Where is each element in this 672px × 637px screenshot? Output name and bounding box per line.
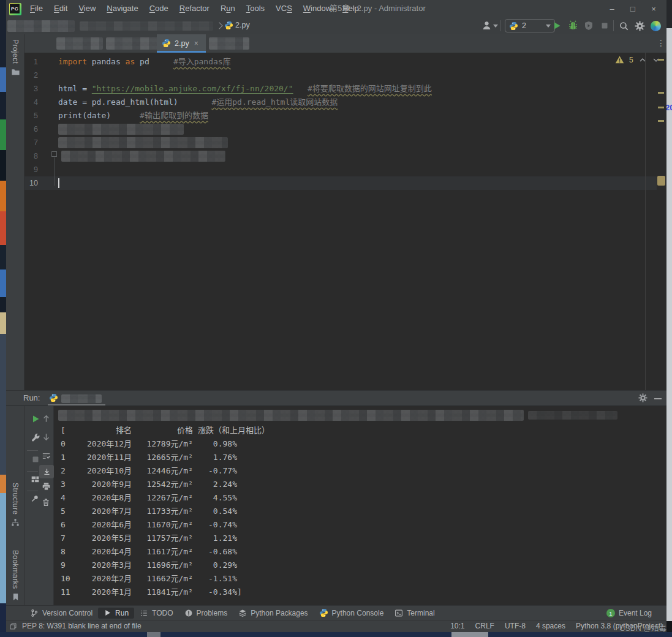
- row-date: 2020年5月: [75, 532, 132, 545]
- hide-toolwindow-icon[interactable]: [654, 398, 662, 399]
- toolwindow-button-run[interactable]: Run: [98, 608, 134, 619]
- error-stripe-mark[interactable]: [658, 120, 664, 122]
- pin-tab-icon[interactable]: [31, 494, 40, 504]
- clear-all-trash-icon[interactable]: [42, 498, 51, 508]
- error-stripe-mark[interactable]: [658, 59, 664, 61]
- gap: [132, 424, 140, 437]
- menu-item-code[interactable]: Code: [144, 0, 174, 17]
- redacted-tab[interactable]: [56, 37, 103, 50]
- breadcrumb-file[interactable]: 2.py: [235, 21, 250, 29]
- prev-problem-chevron-up-icon[interactable]: [638, 56, 647, 64]
- indent-widget[interactable]: 4 spaces: [536, 622, 565, 630]
- stripe-label: Bookmarks: [11, 550, 20, 589]
- toolwindow-button-structure[interactable]: Structure: [6, 483, 25, 527]
- row-change: -0.68%: [193, 545, 237, 559]
- menu-item-edit[interactable]: Edit: [48, 0, 73, 17]
- stop-button[interactable]: [600, 21, 610, 31]
- right-margin-guide: [645, 53, 646, 390]
- line-number[interactable]: 10: [25, 176, 38, 190]
- console-row: 112020年1月11841元/m²-0.34%]: [61, 586, 242, 599]
- toolwindow-button-project[interactable]: Project: [6, 39, 25, 77]
- error-stripe-mark[interactable]: [658, 107, 664, 108]
- scroll-to-end-button[interactable]: [39, 465, 54, 478]
- toolwindow-button-todo[interactable]: TODO: [134, 608, 178, 619]
- code-token: date = pd.read_html(html): [58, 97, 178, 107]
- toolbar-separator: [500, 20, 501, 31]
- run-button[interactable]: [552, 21, 562, 31]
- stop-button[interactable]: [31, 454, 40, 464]
- code-token: #运用pd.read_html读取网站数据: [211, 97, 338, 107]
- tab-close-icon[interactable]: ×: [194, 39, 198, 48]
- redacted-breadcrumb: [80, 21, 213, 31]
- toolwindow-button-python-packages[interactable]: Python Packages: [233, 608, 313, 619]
- toolwindow-button-event-log[interactable]: 1 Event Log: [606, 606, 652, 620]
- row-index: 4: [61, 491, 75, 505]
- pycharm-logo-icon: PC: [9, 3, 21, 15]
- soft-wrap-icon[interactable]: [42, 451, 51, 461]
- line-separator-widget[interactable]: CRLF: [475, 622, 494, 630]
- run-settings-gear-icon[interactable]: [638, 393, 647, 402]
- toolwindow-label: Run: [115, 609, 129, 617]
- line-number[interactable]: 6: [25, 123, 38, 136]
- bookmark-icon: [12, 593, 20, 601]
- menu-item-vcs[interactable]: VCS: [270, 0, 298, 17]
- user-account-icon[interactable]: [481, 20, 492, 31]
- maximize-button[interactable]: □: [622, 0, 643, 17]
- gradient-sphere-icon[interactable]: [651, 21, 661, 31]
- menu-item-file[interactable]: File: [25, 0, 48, 17]
- screen: 20 PC FileEditViewNavigateCodeRefactorRu…: [0, 0, 672, 637]
- combo-arrow-icon: [546, 24, 551, 28]
- copy-stack-icon[interactable]: [9, 622, 17, 630]
- edit-configuration-wrench-icon[interactable]: [31, 432, 40, 442]
- redacted-run-tab[interactable]: [61, 394, 102, 403]
- error-stripe-mark[interactable]: [658, 92, 664, 94]
- rerun-button[interactable]: [31, 414, 40, 424]
- tab-options-more-icon[interactable]: ⋮: [657, 38, 665, 48]
- code-editor[interactable]: 12345678910 import pandas as pd #导入panda…: [25, 53, 666, 390]
- terminal-icon: [395, 609, 403, 617]
- minimize-button[interactable]: –: [602, 0, 622, 17]
- redacted-tab[interactable]: [209, 37, 249, 50]
- debug-button[interactable]: [568, 20, 578, 31]
- toolwindow-button-bookmarks[interactable]: Bookmarks: [6, 550, 25, 601]
- down-stacktrace-arrow-icon[interactable]: [42, 432, 51, 442]
- menu-item-navigate[interactable]: Navigate: [101, 0, 143, 17]
- inspections-widget[interactable]: 5: [615, 55, 660, 64]
- search-everywhere-icon[interactable]: [619, 21, 629, 31]
- row-date: 2020年4月: [75, 545, 132, 559]
- settings-gear-icon[interactable]: [635, 21, 645, 31]
- row-change: -0.34%: [193, 586, 237, 599]
- user-dropdown-arrow-icon[interactable]: [493, 24, 498, 28]
- fold-marker-icon[interactable]: [51, 151, 57, 157]
- status-message[interactable]: PEP 8: W391 blank line at end of file: [22, 622, 142, 630]
- row-index: 1: [61, 451, 75, 464]
- line-number[interactable]: 1: [25, 55, 38, 69]
- run-console[interactable]: [排名价格涨跌（和上月相比）02020年12月12789元/m²0.98%120…: [25, 406, 666, 605]
- toolwindow-button-problems[interactable]: Problems: [179, 608, 233, 619]
- close-button[interactable]: ×: [643, 0, 664, 17]
- gap: [132, 491, 140, 505]
- menu-item-tools[interactable]: Tools: [241, 0, 270, 17]
- menu-item-view[interactable]: View: [73, 0, 101, 17]
- coverage-button[interactable]: [584, 21, 594, 31]
- line-number[interactable]: 8: [25, 149, 38, 163]
- menu-item-run[interactable]: Run: [215, 0, 241, 17]
- print-icon[interactable]: [42, 482, 51, 492]
- menu-item-refactor[interactable]: Refactor: [174, 0, 215, 17]
- toolwindow-button-python-console[interactable]: Python Console: [314, 607, 390, 619]
- line-number[interactable]: 5: [25, 109, 38, 123]
- tab-2py[interactable]: 2.py ×: [157, 34, 206, 52]
- scrollbar-caret-marker[interactable]: [657, 176, 665, 186]
- toolwindow-button-terminal[interactable]: Terminal: [389, 608, 440, 619]
- toolwindow-button-version-control[interactable]: Version Control: [25, 608, 98, 619]
- line-number[interactable]: 3: [25, 82, 38, 96]
- encoding-widget[interactable]: UTF-8: [505, 622, 526, 630]
- up-stacktrace-arrow-icon[interactable]: [42, 414, 51, 424]
- line-number[interactable]: 9: [25, 163, 38, 176]
- line-number[interactable]: 7: [25, 136, 38, 149]
- line-number[interactable]: 4: [25, 96, 38, 109]
- caret-position-widget[interactable]: 10:1: [450, 622, 464, 630]
- line-number[interactable]: 2: [25, 69, 38, 82]
- redacted-tab[interactable]: [106, 37, 164, 50]
- run-configuration-select[interactable]: 2: [505, 19, 555, 32]
